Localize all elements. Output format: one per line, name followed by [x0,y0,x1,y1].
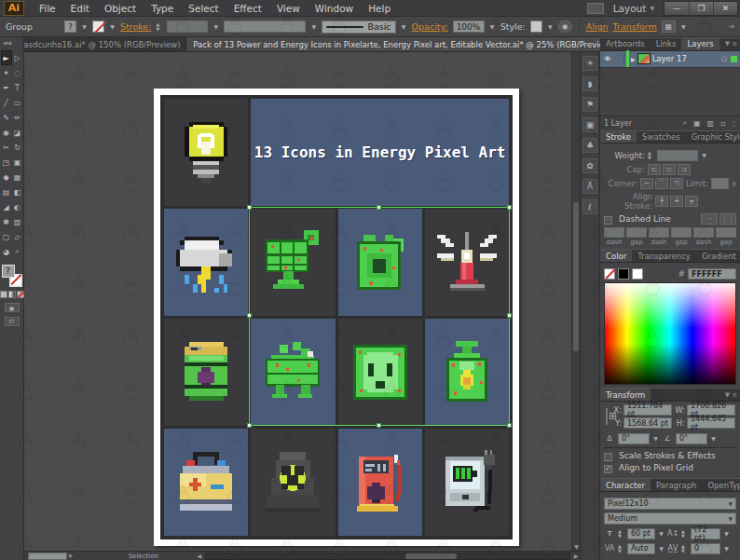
tool-symbol-sprayer[interactable]: ✽ [1,214,12,229]
kerning-dropdown-icon[interactable]: ▼ [658,542,665,554]
tab-layers[interactable]: Layers [681,38,719,50]
tool-perspective-grid[interactable]: ▦ [12,170,23,184]
zoom-dropdown-icon[interactable]: ▼ [68,553,73,559]
scripts-panel-icon[interactable]: ℓ [582,199,597,214]
locate-object-icon[interactable]: ⌕ [683,118,687,128]
reference-point-locator[interactable] [606,408,608,425]
tool-pencil[interactable]: ✏ [12,110,23,125]
tracking-dropdown-icon[interactable]: ▼ [723,542,730,554]
document-setup-icon[interactable]: ◉ [558,20,572,33]
tool-column-graph[interactable]: ▥ [12,214,23,229]
pathfinder-panel-icon[interactable]: ✿ [582,158,597,173]
stroke-swatch-none[interactable] [92,20,104,33]
stroke-weight-stepper[interactable]: ▲▼ [156,22,162,32]
tool-line-segment[interactable]: ╱ [1,95,12,110]
scroll-left-icon[interactable]: ◀ [196,553,203,559]
icon-tile-light-bulb[interactable] [164,99,248,206]
glyphs-panel-icon[interactable]: Ä [582,179,597,194]
layer-row[interactable]: 👁 ▶ Layer 17 ○ [600,51,740,68]
new-sublayer-icon[interactable]: ▥ [707,119,715,128]
fill-dropdown-icon[interactable]: ▼ [81,20,88,33]
tools-panel-grip[interactable]: ◀◀ [0,37,11,50]
tool-rectangle[interactable]: ▭ [12,95,23,110]
dash-field-1[interactable] [604,227,624,238]
align-pixel-grid-checkbox[interactable] [604,465,612,473]
weight-dropdown-icon[interactable]: ▼ [701,149,707,161]
dash-field-2[interactable] [649,227,669,238]
isolate-icon[interactable]: ▦ [662,20,676,33]
color-guide-icon[interactable]: ☀ [582,56,597,71]
fill-swatch[interactable]: ? [64,20,76,33]
font-size-dropdown-icon[interactable]: ▼ [658,527,665,540]
more-options-dropdown-icon[interactable]: ▼ [680,20,687,33]
tab-transform[interactable]: Transform [600,389,651,401]
width-profile-dropdown-icon[interactable]: ▼ [310,20,317,33]
gradient-panel-icon[interactable]: ◗ [582,76,597,91]
color-mode-button[interactable] [0,291,7,298]
icon-tile-gas-tank[interactable] [425,319,509,426]
layer-name[interactable]: Layer 17 [652,54,718,63]
tool-eraser[interactable]: ◪ [12,125,23,140]
tool-rotate[interactable]: ↻ [12,140,23,155]
brush-definition[interactable]: Basic [322,20,395,34]
icon-tile-wind-turbine[interactable] [425,209,509,316]
tool-magic-wand[interactable]: ✶ [1,65,12,80]
projecting-cap-button[interactable]: ⊐ [678,164,691,175]
minimize-button[interactable]: — [665,2,689,15]
layer-thumbnail[interactable] [637,53,651,64]
appearance-panel-icon[interactable]: ▣ [582,117,597,132]
scale-strokes-checkbox[interactable] [604,453,612,461]
drawing-mode-button[interactable]: ▣ [5,303,20,312]
tab-opentype[interactable]: OpenType [703,479,740,491]
horizontal-scrollbar-thumb[interactable] [405,553,457,559]
menu-help[interactable]: Help [361,3,398,14]
tab-stroke[interactable]: Stroke [600,131,637,143]
workspace-switcher[interactable]: Layout ▼ [610,3,658,14]
tab-links[interactable]: Links [651,38,682,50]
tool-mesh[interactable]: ▤ [1,184,12,199]
icon-tile-phone-charging[interactable] [425,429,509,536]
icon-tile-oil-barrel[interactable] [164,319,248,426]
panel-collapse-icon[interactable]: ⇥ [728,22,734,31]
h-field[interactable]: 1444.645 pt [687,417,735,429]
tracking-stepper[interactable]: ▲▼ [681,544,688,553]
none-mode-button[interactable] [17,291,24,298]
tool-scissors[interactable]: ✂ [1,140,12,155]
kerning-field[interactable]: Auto [627,543,655,554]
menu-window[interactable]: Window [308,3,361,14]
none-color-swatch[interactable] [604,268,615,280]
black-swatch[interactable] [618,268,629,280]
kerning-stepper[interactable]: ▲▼ [618,544,624,553]
vertical-scrollbar[interactable]: ▼ [571,52,580,551]
tool-pen[interactable]: ✒ [1,80,12,95]
tool-zoom[interactable]: ⌕ [12,244,23,259]
shear-field[interactable]: 0° [676,433,707,444]
hex-value-field[interactable]: FFFFFF [688,268,736,280]
visibility-eye-icon[interactable]: 👁 [602,55,613,63]
tool-slice[interactable]: ▱ [12,229,23,244]
tool-lasso[interactable]: ◌ [12,65,23,80]
icon-tile-fuel-pump[interactable] [338,429,422,536]
style-dropdown-icon[interactable]: ▼ [547,20,554,33]
target-circle-icon[interactable]: ○ [719,55,729,62]
restore-button[interactable]: ❐ [689,2,713,15]
tab-paragraph[interactable]: Paragraph [651,479,703,491]
align-center-button[interactable]: ╀ [655,196,668,207]
tool-shape-builder[interactable]: ◆ [1,170,12,184]
tool-blend[interactable]: ◐ [12,199,23,214]
tool-direct-selection[interactable]: ▷ [12,50,23,65]
round-join-button[interactable]: ⌒ [655,178,668,189]
scroll-down-icon[interactable]: ▼ [572,543,580,550]
butt-cap-button[interactable]: ⊏ [648,164,661,175]
vertical-scrollbar-thumb[interactable] [573,202,579,352]
gap-field-1[interactable] [626,227,647,238]
rotate-field[interactable]: 0° [618,433,650,444]
selection-indicator[interactable] [731,56,737,62]
horizontal-scrollbar[interactable] [205,553,570,560]
disclosure-triangle-icon[interactable]: ▶ [631,56,636,62]
tool-paintbrush[interactable]: ✎ [1,110,12,125]
document-tab-2[interactable]: Pack of 13 Power and Energy Icons in Pix… [186,37,600,51]
clipping-mask-icon[interactable]: ▣ [693,119,701,128]
y-field[interactable]: 1568.64 pt [624,417,672,429]
font-family-dropdown[interactable]: Pixel12x10 ▼ [604,498,736,510]
